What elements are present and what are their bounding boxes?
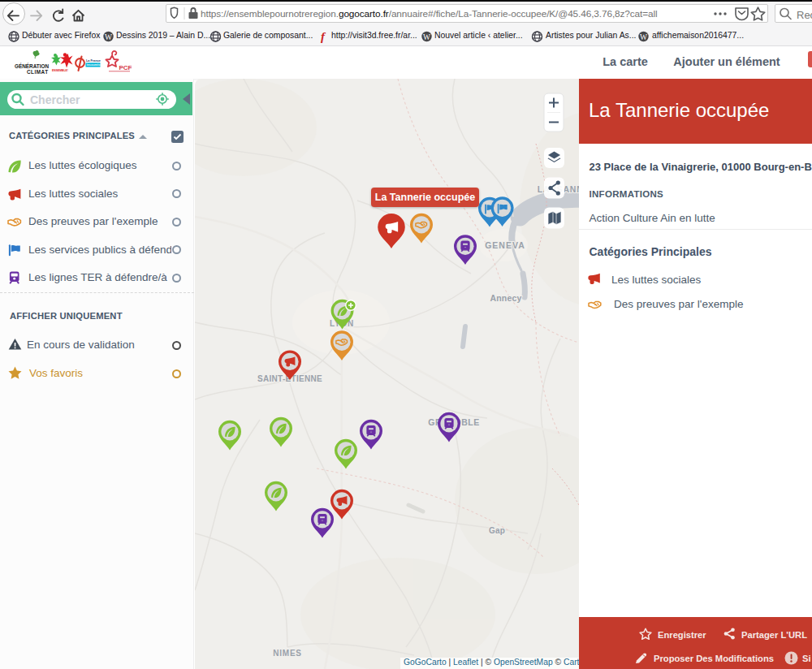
svg-text:Gap: Gap bbox=[489, 526, 505, 535]
svg-text:f: f bbox=[321, 30, 326, 43]
svg-text:CLIMAT: CLIMAT bbox=[27, 69, 49, 75]
svg-text:insoumise: insoumise bbox=[87, 63, 102, 67]
svg-text:PCF: PCF bbox=[119, 64, 132, 71]
svg-text:La France: La France bbox=[86, 59, 101, 63]
svg-text:ENSEMBLE!: ENSEMBLE! bbox=[52, 69, 68, 72]
svg-text:NIMES: NIMES bbox=[273, 649, 302, 658]
svg-text:GENEVA: GENEVA bbox=[485, 240, 525, 250]
svg-text:Annecy: Annecy bbox=[490, 293, 521, 303]
